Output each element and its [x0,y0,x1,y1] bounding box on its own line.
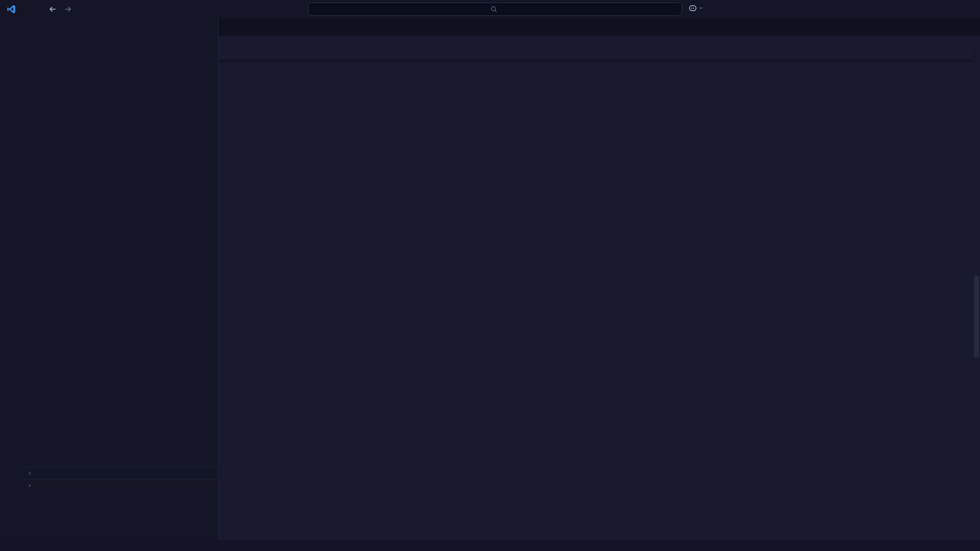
code-editor[interactable] [219,48,980,540]
minimap[interactable] [915,79,973,540]
search-icon [490,6,497,13]
vscode-window [0,0,980,551]
outline-section[interactable] [25,467,218,479]
sidebar-header [25,18,218,37]
chevron-right-icon [25,483,35,488]
timeline-section[interactable] [25,479,218,491]
copilot-icon [688,4,697,12]
explorer-sidebar [25,18,219,540]
copilot-menu[interactable] [688,4,703,12]
editor-tabs [219,18,980,36]
scrollbar-slider[interactable] [974,276,979,357]
chevron-down-icon [699,6,703,10]
editor-scrollbar[interactable] [973,48,980,540]
forward-arrow-icon[interactable] [64,5,72,13]
sticky-scroll-line[interactable] [219,48,973,60]
history-nav [49,5,72,13]
vscode-logo-icon [7,5,16,14]
status-bar [0,540,980,551]
breadcrumb[interactable] [219,36,980,48]
command-center-search[interactable] [308,3,682,16]
back-arrow-icon[interactable] [49,5,57,13]
chevron-right-icon [25,471,35,476]
title-bar [0,0,980,18]
code-lines [219,60,980,540]
activity-bar [0,18,25,540]
